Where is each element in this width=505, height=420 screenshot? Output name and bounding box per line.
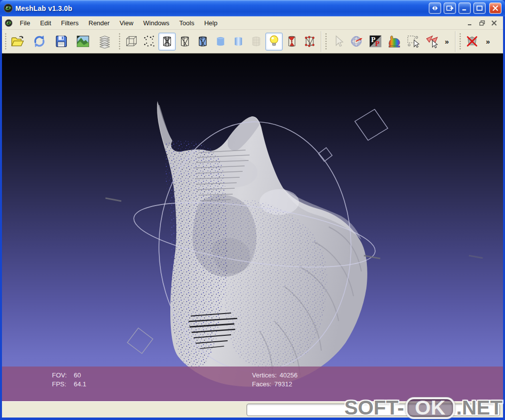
window-detach-button[interactable] [444,2,456,14]
site-watermark: SOFT-OK.NET [344,396,503,420]
meshlab-eye-icon [3,3,13,13]
toolbar-separator [455,31,455,52]
points-button[interactable] [141,33,158,51]
pp-plugin-button[interactable]: P P [367,33,384,51]
selected-vertices-display-button[interactable] [301,33,318,51]
trackball-decoration-button[interactable] [348,33,365,51]
edit-pointer-button[interactable] [329,33,347,51]
meshlab-window: MeshLab v1.3.0b [0,0,505,420]
hidden-lines-button[interactable] [176,33,194,51]
rainbow-bunny-icon [387,34,402,49]
texture-button[interactable] [248,33,265,51]
toolbar-group-render-mode [123,33,318,51]
flat-shading-icon [213,34,228,49]
fov-label: FOV: [52,371,74,380]
window-title: MeshLab v1.3.0b [15,4,426,12]
mdi-close-button[interactable] [489,19,499,27]
flat-lines-icon [196,34,210,49]
snapshot-button[interactable] [74,33,92,51]
hidden-lines-icon [178,34,192,49]
mdi-minimize-icon [467,20,473,26]
close-button[interactable] [489,2,502,14]
bounding-box-button[interactable] [123,33,140,51]
faces-value: 79312 [274,380,292,388]
toolbar-grip[interactable] [4,33,7,51]
vertices-label: Vertices: [252,371,277,380]
flat-lines-button[interactable] [194,33,211,51]
texture-icon [249,34,263,49]
watermark-suffix: .NET [456,396,503,420]
fps-label: FPS: [52,380,74,389]
menu-file[interactable]: File [15,17,35,29]
select-faces-button[interactable] [423,33,441,51]
wireframe-icon [160,34,174,49]
pp-letters-icon: P P [368,34,383,49]
select-faces-icon [425,34,439,49]
bunny-statue-mesh [157,101,367,387]
window-arrows-button[interactable] [429,2,441,14]
mdi-restore-icon [479,20,485,26]
menu-tools[interactable]: Tools [174,17,199,29]
cursor-arrow-icon [331,34,345,49]
toolbar-overflow-button[interactable]: » [482,33,494,51]
viewport-3d[interactable]: FOV:60 FPS:64.1 Vertices:40256 Faces:793… [2,53,503,401]
svg-text:P: P [375,40,380,48]
menu-view[interactable]: View [114,17,138,29]
watermark-ok-badge: OK [405,397,455,419]
save-button[interactable] [52,33,70,51]
snapshot-icon [76,34,90,49]
left-right-arrows-icon [431,5,439,11]
select-vertices-icon [406,34,420,49]
fps-value: 64.1 [74,380,86,388]
menubar-app-icon [4,19,13,27]
layers-button[interactable] [96,33,113,51]
colorize-button[interactable] [386,33,403,51]
minimize-icon [461,5,468,11]
open-project-button[interactable] [9,33,26,51]
reload-button[interactable] [31,33,48,51]
fancy-lighting-button[interactable] [283,33,301,51]
select-vertices-button[interactable] [404,33,422,51]
menu-help[interactable]: Help [199,17,222,29]
watermark-prefix: SOFT- [344,396,404,420]
toolbar-overflow-button[interactable]: » [441,33,453,51]
maximize-icon [476,5,483,11]
mdi-minimize-button[interactable] [465,19,475,27]
light-button[interactable] [265,33,283,51]
layers-icon [98,34,112,49]
toolbar-grip[interactable] [325,33,327,51]
titlebar[interactable]: MeshLab v1.3.0b [0,0,505,16]
mdi-restore-button[interactable] [477,19,487,27]
mdi-window-controls [465,19,501,27]
menu-edit[interactable]: Edit [35,17,56,29]
selected-vertices-icon [303,34,317,49]
toolbar-group-edit: P P [329,33,441,51]
toolbar-group-mesh [463,33,481,51]
menubar: File Edit Filters Render View Windows To… [2,16,503,30]
smooth-button[interactable] [230,33,247,51]
delete-mesh-button[interactable] [463,33,481,51]
toolbar-grip[interactable] [118,33,121,51]
hud-camera-stats: FOV:60 FPS:64.1 [52,371,86,389]
wireframe-button[interactable] [158,33,176,51]
fov-value: 60 [74,371,81,379]
toolbar-grip[interactable] [459,33,461,51]
flat-button[interactable] [212,33,229,51]
fancy-lighting-icon [285,34,299,49]
menu-render[interactable]: Render [84,17,115,29]
mesh-scene [2,53,503,401]
menu-filters[interactable]: Filters [56,17,83,29]
light-bulb-icon [267,34,281,49]
faces-label: Faces: [252,380,271,389]
toolbar-separator [321,31,321,52]
delete-mesh-icon [465,34,479,49]
minimize-button[interactable] [458,2,471,14]
maximize-button[interactable] [473,2,486,14]
menu-windows[interactable]: Windows [138,17,174,29]
close-icon [492,5,499,11]
hud-mesh-stats: Vertices:40256 Faces:79312 [252,371,298,389]
toolbar-group-file [9,33,113,51]
detach-window-icon [446,5,454,11]
toolbar: P P [2,30,503,53]
reload-icon [32,34,47,49]
